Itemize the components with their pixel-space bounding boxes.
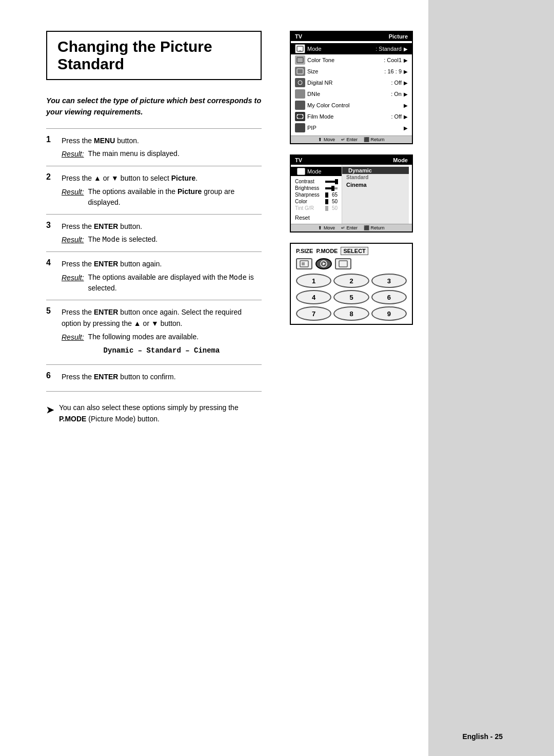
step-6-number: 6 [46, 365, 62, 391]
remote-btn-2[interactable]: 2 [333, 274, 369, 288]
step-3-row: 3 Press the ENTER button. Result: The Mo… [46, 214, 262, 252]
step-3-content: Press the ENTER button. Result: The Mode… [62, 214, 262, 252]
svg-point-5 [298, 81, 302, 85]
slider-color: Color 50 [295, 198, 338, 205]
tv-menu1-label-pip: PIP [307, 125, 402, 131]
remote-btn-5[interactable]: 5 [333, 290, 369, 304]
step-6-main: Press the ENTER button to confirm. [62, 371, 262, 382]
remote-btn-1[interactable]: 1 [296, 274, 331, 288]
step-6-row: 6 Press the ENTER button to confirm. [46, 365, 262, 391]
page-footer: English - 25 [462, 732, 503, 741]
remote-btn-4[interactable]: 4 [296, 290, 331, 304]
tv-menu2-footer: ⬆ Move ↵ Enter ⬛ Return [291, 224, 412, 231]
step-5-result-label: Result: [62, 332, 84, 343]
mode-left-reset: Reset [295, 214, 338, 222]
slider-brightness: Brightness [295, 185, 338, 191]
step-4-result-label: Result: [62, 272, 84, 283]
tv-icon-dnie [295, 89, 305, 99]
tv-menu1-body: Mode : Standard ▶ Color Tone : Cool1 ▶ [291, 41, 412, 135]
svg-rect-9 [302, 114, 303, 115]
step-2-result-text: The options available in the Picture gro… [88, 186, 262, 208]
slider-contrast-bar [325, 181, 338, 183]
step-5-result-text: The following modes are available. [88, 332, 199, 342]
tv-menu1-row-digitalnr: Digital NR : Off ▶ [291, 77, 412, 88]
mode-left-mode-label: Mode [307, 168, 322, 175]
tv-menu1-row-size: Size : 16 : 9 ▶ [291, 66, 412, 77]
step-3-result-text: The Mode is selected. [88, 234, 158, 245]
step-4-row: 4 Press the ENTER button again. Result: … [46, 252, 262, 300]
tip-arrow-icon: ➤ [46, 403, 54, 425]
step-2-content: Press the ▲ or ▼ button to select Pictur… [62, 166, 262, 214]
mode-left-tv-icon [297, 168, 305, 175]
step-4-result-text: The options available are displayed with… [88, 272, 262, 294]
mode-option-dynamic: Dynamic [342, 167, 409, 174]
step-4-content: Press the ENTER button again. Result: Th… [62, 252, 262, 300]
step-1-result-label: Result: [62, 148, 84, 160]
step-1-result-text: The main menu is displayed. [88, 148, 180, 159]
remote-top-row: P.SIZE P.MODE SELECT [296, 247, 407, 255]
remote-btn-7[interactable]: 7 [296, 306, 331, 321]
tv-icon-filmmode [295, 112, 305, 121]
tv-icon-colortone [295, 55, 305, 65]
svg-rect-4 [297, 69, 303, 74]
tv-menu1-label-mycolor: My Color Control [307, 102, 402, 108]
step-5-row: 5 Press the ENTER button once again. Sel… [46, 300, 262, 365]
tv-icon-digitalnr [295, 78, 305, 87]
remote-btn-6[interactable]: 6 [371, 290, 407, 304]
tv-menu1-row-pip: PIP ▶ [291, 122, 412, 133]
step-3-main: Press the ENTER button. [62, 221, 262, 232]
step-1-content: Press the MENU button. Result: The main … [62, 128, 262, 166]
tv-menu2-body: Mode Contrast Brightness [291, 165, 412, 224]
right-panel: TV Picture Mode : Standard ▶ [285, 0, 428, 756]
step-6-content: Press the ENTER button to confirm. [62, 365, 262, 391]
tv-menu1-footer: ⬆ Move ↵ Enter ⬛ Return [291, 135, 412, 143]
step-2-result-label: Result: [62, 186, 84, 198]
tv-menu1-label-filmmode: Film Mode [307, 113, 389, 120]
tv-mode-menu: TV Mode Mode Contrast [290, 154, 413, 232]
tip-row: ➤ You can also select these options simp… [46, 402, 262, 425]
remote-pmode-button[interactable] [315, 258, 332, 269]
slider-sharpness: Sharpness 65 [295, 191, 338, 198]
tv-menu1-label-mode: Mode [307, 46, 373, 52]
tv-menu1-row-mycolor: My Color Control ▶ [291, 100, 412, 111]
svg-rect-12 [302, 262, 305, 265]
slider-contrast: Contrast [295, 178, 338, 185]
tv-menu1-row-colortone: Color Tone : Cool1 ▶ [291, 54, 412, 66]
step-1-main: Press the MENU button. [62, 135, 262, 146]
remote-psize-button[interactable] [296, 258, 312, 269]
tv-menu1-label-colortone: Color Tone [307, 57, 382, 63]
svg-rect-10 [302, 118, 303, 119]
page-title: Changing the Picture Standard [57, 38, 250, 73]
remote-select-button[interactable] [335, 258, 351, 269]
tv-picture-menu: TV Picture Mode : Standard ▶ [290, 31, 413, 144]
tv-menu1-header-right: Picture [389, 33, 408, 40]
tv-menu1-label-size: Size [307, 68, 382, 74]
remote-psize-label: P.SIZE [296, 248, 313, 254]
remote-pmode-label: P.MODE [316, 248, 338, 254]
step-2-result: Result: The options available in the Pic… [62, 186, 262, 208]
step-5-number: 5 [46, 300, 62, 365]
slider-tint: Tint G/R 50 [295, 205, 338, 211]
right-stripe [428, 0, 554, 756]
step-3-result: Result: The Mode is selected. [62, 234, 262, 245]
tv-menu1-row-dnie: DNIe : On ▶ [291, 88, 412, 100]
tv-icon-pip [295, 123, 305, 132]
remote-btn-8[interactable]: 8 [333, 306, 369, 321]
step-5-highlight: Dynamic – Standard – Cinema [62, 345, 262, 356]
steps-table: 1 Press the MENU button. Result: The mai… [46, 128, 262, 392]
title-box: Changing the Picture Standard [46, 31, 262, 80]
tv-menu1-label-dnie: DNIe [307, 91, 389, 97]
step-1-result: Result: The main menu is displayed. [62, 148, 262, 160]
remote-btn-3[interactable]: 3 [371, 274, 407, 288]
step-4-result: Result: The options available are displa… [62, 272, 262, 294]
remote-btn-9[interactable]: 9 [371, 306, 407, 321]
mode-left-panel: Mode Contrast Brightness [291, 165, 342, 224]
svg-rect-7 [297, 114, 298, 115]
tv-menu1-row-filmmode: Film Mode : Off ▶ [291, 111, 412, 122]
mode-right-panel: Dynamic Standard Cinema [342, 165, 409, 224]
step-1-number: 1 [46, 128, 62, 166]
step-1-row: 1 Press the MENU button. Result: The mai… [46, 128, 262, 166]
intro-paragraph: You can select the type of picture which… [46, 95, 262, 118]
step-4-main: Press the ENTER button again. [62, 258, 262, 269]
mode-left-mode-row: Mode [291, 167, 342, 176]
